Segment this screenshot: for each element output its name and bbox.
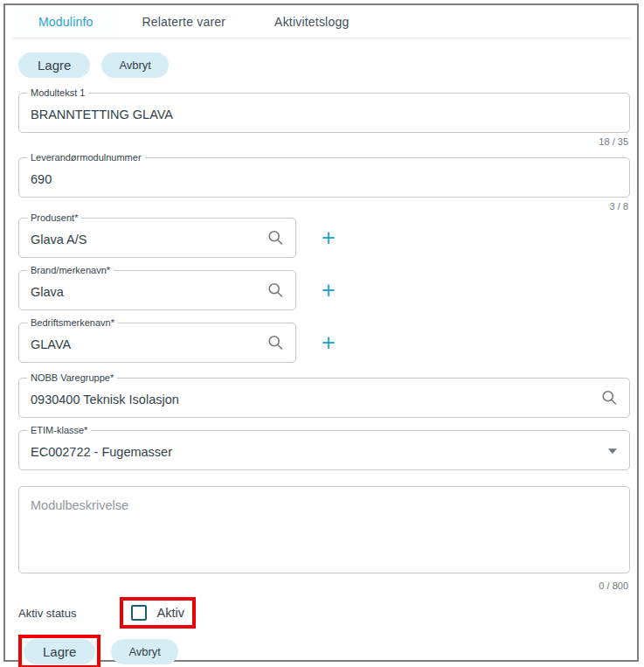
leverandormodulnummer-input[interactable] <box>19 158 629 197</box>
search-icon[interactable] <box>267 229 285 247</box>
field-block-brand: Brand/merkenavn* + <box>18 270 630 310</box>
tab-modulinfo[interactable]: Modulinfo <box>14 5 118 38</box>
field-block-leverandormodulnummer: Leverandørmodulnummer 3 / 8 <box>18 157 630 212</box>
search-icon[interactable] <box>267 281 285 300</box>
top-action-row: Lagre Avbryt <box>18 52 630 78</box>
etim-klasse-select[interactable] <box>19 431 629 469</box>
brand-input[interactable] <box>19 271 295 309</box>
field-block-produsent: Produsent* + <box>18 218 630 258</box>
field-brand: Brand/merkenavn* <box>18 270 296 310</box>
bedriftsmerkenavn-input[interactable] <box>19 323 295 362</box>
field-label-modultekst1: Modultekst 1 <box>27 87 88 99</box>
tab-aktivitetslogg[interactable]: Aktivitetslogg <box>250 5 373 38</box>
cancel-button-bottom[interactable]: Avbryt <box>111 639 178 664</box>
add-bedriftsmerkenavn-button[interactable]: + <box>322 331 336 355</box>
field-etim-klasse: ETIM-klasse* <box>18 430 630 470</box>
cancel-button-top[interactable]: Avbryt <box>101 52 169 78</box>
highlight-box-save: Lagre <box>18 635 100 667</box>
field-block-modultekst1: Modultekst 1 18 / 35 <box>18 93 630 148</box>
produsent-input[interactable] <box>19 219 295 257</box>
field-label-nobb-varegruppe: NOBB Varegruppe* <box>27 372 117 384</box>
save-button-top[interactable]: Lagre <box>18 52 90 78</box>
add-brand-button[interactable]: + <box>322 279 336 302</box>
nobb-varegruppe-input[interactable] <box>19 379 629 417</box>
bottom-action-row: Lagre Avbryt <box>18 635 630 667</box>
field-label-leverandormodulnummer: Leverandørmodulnummer <box>27 152 145 163</box>
char-counter-modulbeskrivelse: 0 / 800 <box>18 580 628 592</box>
field-block-etim-klasse: ETIM-klasse* <box>18 430 630 470</box>
field-bedriftsmerkenavn: Bedriftsmerkenavn* <box>18 323 296 363</box>
char-counter-leverandormodulnummer: 3 / 8 <box>18 201 628 212</box>
field-modultekst1: Modultekst 1 <box>18 93 630 133</box>
modultekst1-input[interactable] <box>19 94 629 132</box>
field-label-bedriftsmerkenavn: Bedriftsmerkenavn* <box>27 317 118 329</box>
field-label-brand: Brand/merkenavn* <box>27 265 114 276</box>
char-counter-modultekst1: 18 / 35 <box>18 136 628 148</box>
tab-bar: Modulinfo Relaterte varer Aktivitetslogg <box>5 5 637 38</box>
field-leverandormodulnummer: Leverandørmodulnummer <box>18 157 630 198</box>
save-button-bottom[interactable]: Lagre <box>24 639 95 664</box>
field-label-etim-klasse: ETIM-klasse* <box>27 425 91 436</box>
highlight-box-aktiv: Aktiv <box>120 597 195 629</box>
field-label-produsent: Produsent* <box>27 212 81 224</box>
field-block-modulbeskrivelse: 0 / 800 <box>18 486 630 592</box>
aktiv-status-row: Aktiv status Aktiv <box>18 597 630 629</box>
search-icon[interactable] <box>267 334 285 352</box>
aktiv-status-label: Aktiv status <box>18 607 76 620</box>
aktiv-checkbox-label: Aktiv <box>156 606 184 620</box>
field-nobb-varegruppe: NOBB Varegruppe* <box>18 378 630 418</box>
field-block-nobb-varegruppe: NOBB Varegruppe* <box>18 378 630 418</box>
tab-divider <box>12 38 631 38</box>
field-produsent: Produsent* <box>18 218 296 258</box>
search-icon[interactable] <box>600 389 619 407</box>
chevron-down-icon[interactable] <box>608 448 617 454</box>
aktiv-checkbox[interactable] <box>131 605 147 621</box>
field-block-bedriftsmerkenavn: Bedriftsmerkenavn* + <box>18 323 630 363</box>
add-produsent-button[interactable]: + <box>322 226 336 250</box>
modulbeskrivelse-textarea[interactable] <box>18 486 630 573</box>
form-area: Lagre Avbryt Modultekst 1 18 / 35 Levera… <box>5 52 637 667</box>
tab-relaterte-varer[interactable]: Relaterte varer <box>118 5 251 38</box>
module-info-panel: Modulinfo Relaterte varer Aktivitetslogg… <box>3 3 639 662</box>
